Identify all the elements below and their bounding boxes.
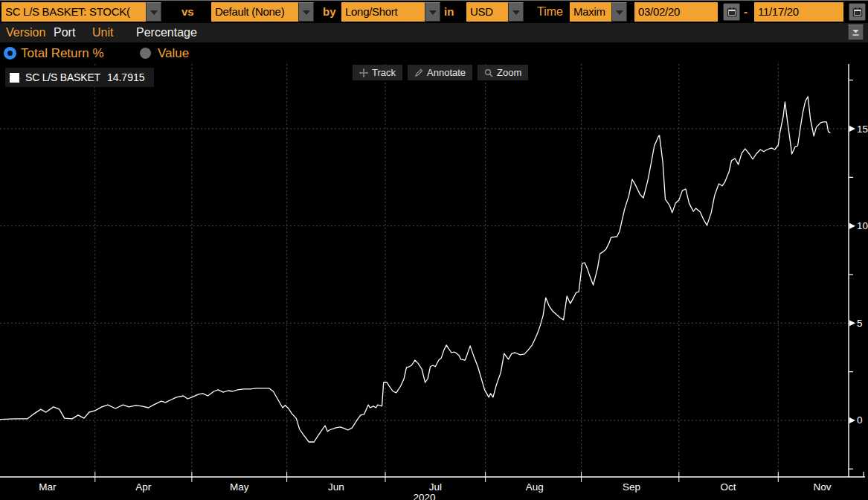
menu-item-version[interactable]: Version: [6, 23, 45, 42]
chart-plot-area[interactable]: 051015MarAprMayJunJulAugSepOctNov2020: [0, 64, 868, 500]
benchmark-dropdown-arrow-icon[interactable]: [298, 2, 314, 22]
y-tick-arrow-icon: [849, 320, 855, 326]
series-last-value: 14.7915: [107, 71, 145, 83]
security-dropdown-arrow-icon[interactable]: [146, 2, 161, 22]
series-name: SC L/S BASKET: [25, 71, 100, 83]
zoom-button[interactable]: Zoom: [478, 65, 528, 80]
total-return-radio-label[interactable]: Total Return %: [21, 42, 104, 64]
end-date-calendar-icon[interactable]: [849, 3, 866, 21]
menu-strip: Version Port Unit Percentage: [0, 23, 868, 42]
time-range-dropdown-arrow-icon[interactable]: [611, 2, 627, 22]
value-radio-label[interactable]: Value: [158, 42, 189, 64]
y-tick-label: 0: [857, 414, 863, 426]
menu-item-percentage[interactable]: Percentage: [136, 23, 197, 42]
calendar-glyph: [852, 7, 863, 17]
date-separator: -: [744, 1, 748, 23]
series-swatch: [10, 73, 19, 83]
view-toggle-row: Total Return % Value: [0, 42, 868, 64]
chevron-down-icon: [852, 28, 860, 36]
zoom-button-label: Zoom: [497, 67, 521, 78]
time-range-dropdown[interactable]: Maxim: [570, 2, 611, 22]
security-dropdown[interactable]: SC L/S BASKET: STOCK(: [1, 2, 146, 22]
x-tick-label: Oct: [720, 481, 736, 493]
y-tick-label: 5: [857, 318, 863, 329]
panel-dropdown-button[interactable]: [848, 25, 864, 40]
y-tick-arrow-icon: [849, 126, 855, 132]
x-tick-label: Jul: [429, 481, 442, 493]
menu-item-unit[interactable]: Unit: [92, 23, 113, 42]
end-date-field[interactable]: 11/17/20: [754, 2, 843, 22]
zoom-magnifier-icon: [484, 68, 493, 77]
y-tick-arrow-icon: [849, 417, 855, 423]
x-axis-year-label: 2020: [413, 492, 435, 500]
menu-item-port[interactable]: Port: [54, 23, 75, 42]
start-date-calendar-icon[interactable]: [723, 3, 740, 21]
value-radio[interactable]: [140, 48, 151, 59]
bloomberg-chart-window: SC L/S BASKET: STOCK( vs Default (None) …: [0, 0, 868, 500]
series-line: [0, 97, 830, 442]
track-button[interactable]: Track: [353, 65, 402, 80]
annotate-pencil-icon: [414, 68, 423, 77]
x-tick-label: Jun: [328, 481, 344, 493]
calendar-glyph: [727, 7, 737, 17]
benchmark-dropdown[interactable]: Default (None): [211, 2, 298, 22]
legend-item[interactable]: SC L/S BASKET 14.7915: [5, 68, 154, 87]
time-label: Time: [537, 1, 563, 23]
annotate-button[interactable]: Annotate: [408, 65, 472, 80]
track-crosshair-icon: [359, 68, 368, 77]
track-button-label: Track: [372, 67, 396, 78]
x-tick-label: Apr: [135, 481, 152, 493]
chart-toolbar: Track Annotate Zoom: [353, 65, 533, 80]
currency-dropdown-arrow-icon[interactable]: [508, 2, 524, 22]
grouping-dropdown-arrow-icon[interactable]: [425, 2, 440, 22]
x-tick-label: Mar: [39, 481, 57, 493]
vs-label: vs: [181, 1, 194, 23]
x-tick-label: Nov: [814, 481, 832, 493]
start-date-field[interactable]: 03/02/20: [634, 2, 718, 22]
x-tick-label: Sep: [623, 481, 640, 493]
annotate-button-label: Annotate: [427, 67, 466, 78]
x-tick-label: May: [230, 481, 249, 493]
by-label: by: [323, 1, 336, 23]
currency-dropdown[interactable]: USD: [466, 2, 508, 22]
in-label: in: [444, 1, 454, 23]
y-tick-label: 10: [857, 220, 868, 231]
total-return-radio[interactable]: [4, 47, 16, 60]
control-toolbar: SC L/S BASKET: STOCK( vs Default (None) …: [0, 1, 868, 23]
y-tick-arrow-icon: [849, 223, 855, 229]
y-tick-label: 15: [857, 124, 868, 135]
chart-area: 051015MarAprMayJunJulAugSepOctNov2020 SC…: [0, 64, 868, 500]
grouping-dropdown[interactable]: Long/Short: [341, 2, 425, 22]
x-tick-label: Aug: [526, 481, 544, 493]
